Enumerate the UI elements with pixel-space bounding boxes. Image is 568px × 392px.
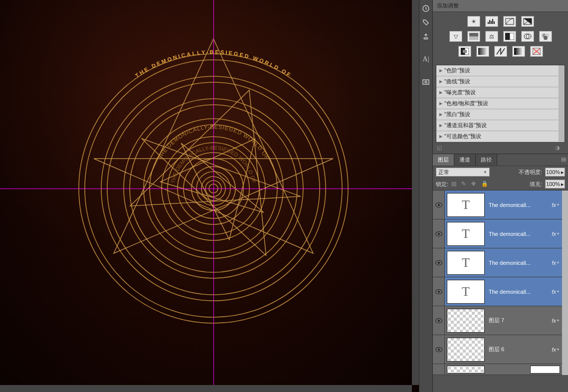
- layer-thumbnail[interactable]: [447, 366, 485, 374]
- layer-row[interactable]: [433, 364, 562, 375]
- layer-visibility-toggle[interactable]: [433, 248, 445, 277]
- layer-row[interactable]: TThe demonicall...fx▾: [433, 219, 562, 248]
- preset-levels[interactable]: ▶"色阶"预设: [436, 65, 559, 76]
- eye-icon: [435, 260, 442, 265]
- layer-name-label[interactable]: The demonicall...: [487, 289, 552, 295]
- chevron-down-icon[interactable]: ▾: [557, 347, 559, 352]
- canvas-viewport[interactable]: THE DEMONICALLY-BESIEGED WORLD OF THE DE…: [0, 0, 419, 392]
- layer-visibility-toggle[interactable]: [433, 219, 445, 248]
- hue-sat-icon[interactable]: [467, 31, 480, 42]
- eye-icon: [435, 347, 442, 352]
- adjustments-title: 添加调整: [433, 0, 568, 12]
- layer-name-label[interactable]: The demonicall...: [487, 202, 552, 208]
- selective-color-icon[interactable]: [530, 46, 543, 57]
- layer-name-label[interactable]: 图层 6: [487, 346, 552, 353]
- vibrance-icon[interactable]: ▽: [449, 31, 462, 42]
- panel-menu-icon[interactable]: ▤: [561, 156, 566, 163]
- actions-panel-icon[interactable]: [420, 17, 431, 28]
- levels-icon[interactable]: [485, 16, 498, 27]
- layer-row[interactable]: TThe demonicall...fx▾: [433, 248, 562, 277]
- layer-fx-badge[interactable]: fx: [552, 260, 556, 266]
- threshold-icon[interactable]: [494, 46, 507, 57]
- history-panel-icon[interactable]: [420, 3, 431, 14]
- svg-rect-29: [469, 36, 478, 40]
- layer-row[interactable]: TThe demonicall...fx▾: [433, 277, 562, 306]
- layer-fx-badge[interactable]: fx: [552, 202, 556, 208]
- layer-fx-badge[interactable]: fx: [552, 289, 556, 295]
- layer-thumbnail[interactable]: [447, 338, 485, 362]
- layer-mask-thumbnail[interactable]: [530, 366, 560, 374]
- posterize-icon[interactable]: [476, 46, 489, 57]
- layer-row[interactable]: 图层 6fx▾: [433, 335, 562, 364]
- lock-transparency-icon[interactable]: ▨: [451, 181, 458, 188]
- svg-point-25: [425, 81, 427, 83]
- svg-rect-31: [510, 33, 514, 40]
- navigator-panel-icon[interactable]: [420, 77, 431, 88]
- layer-fx-badge[interactable]: fx: [552, 318, 556, 324]
- opacity-input[interactable]: 100%▸: [545, 168, 565, 177]
- guide-horizontal[interactable]: [0, 189, 419, 189]
- channel-mixer-icon[interactable]: [539, 31, 552, 42]
- tab-channels[interactable]: 通道: [454, 154, 476, 166]
- brightness-contrast-icon[interactable]: ☀: [467, 16, 480, 27]
- adjustment-clip-icon[interactable]: ◑: [555, 145, 564, 152]
- tab-paths[interactable]: 路径: [476, 154, 497, 166]
- adjustment-expand-icon[interactable]: ◱: [437, 145, 446, 152]
- preset-channel-mixer[interactable]: ▶"通道混和器"预设: [436, 120, 559, 131]
- chevron-down-icon[interactable]: ▾: [557, 231, 559, 236]
- svg-rect-40: [478, 48, 487, 55]
- curves-icon[interactable]: [503, 16, 516, 27]
- layer-visibility-toggle[interactable]: [433, 335, 445, 364]
- layer-visibility-toggle[interactable]: [433, 364, 445, 375]
- fill-label: 填充:: [530, 181, 542, 188]
- preset-bw[interactable]: ▶"黑白"预设: [436, 109, 559, 120]
- preset-exposure[interactable]: ▶"曝光度"预设: [436, 87, 559, 98]
- canvas-scrollbar-vertical[interactable]: [412, 0, 419, 385]
- lock-all-icon[interactable]: 🔒: [481, 181, 488, 188]
- layer-thumbnail[interactable]: T: [447, 222, 485, 246]
- layer-list: TThe demonicall...fx▾TThe demonicall...f…: [433, 191, 568, 392]
- invert-icon[interactable]: [458, 46, 471, 57]
- layer-visibility-toggle[interactable]: [433, 191, 445, 219]
- layer-thumbnail[interactable]: T: [447, 251, 485, 275]
- chevron-down-icon[interactable]: ▾: [557, 289, 559, 294]
- character-panel-icon[interactable]: A|: [420, 54, 431, 65]
- exposure-icon[interactable]: [521, 16, 534, 27]
- adjustments-panel: 添加调整 ☀ ▽ ⚖: [433, 0, 568, 154]
- layer-row[interactable]: 图层 7fx▾: [433, 306, 562, 335]
- layer-visibility-toggle[interactable]: [433, 277, 445, 306]
- preset-hue-sat[interactable]: ▶"色相/饱和度"预设: [436, 98, 559, 109]
- lock-label: 锁定:: [436, 181, 448, 188]
- preset-selective-color[interactable]: ▶"可选颜色"预设: [436, 131, 559, 142]
- svg-rect-41: [514, 48, 523, 55]
- color-balance-icon[interactable]: ⚖: [485, 31, 498, 42]
- layer-fx-badge[interactable]: fx: [552, 231, 556, 237]
- svg-rect-39: [463, 50, 467, 53]
- chevron-down-icon[interactable]: ▾: [557, 318, 559, 323]
- guide-vertical[interactable]: [213, 0, 214, 392]
- tab-layers[interactable]: 图层: [433, 154, 454, 166]
- black-white-icon[interactable]: [503, 31, 516, 42]
- layer-thumbnail[interactable]: [447, 309, 485, 333]
- layer-name-label[interactable]: The demonicall...: [487, 231, 552, 237]
- layer-row[interactable]: TThe demonicall...fx▾: [433, 191, 562, 219]
- brush-panel-icon[interactable]: [420, 31, 431, 42]
- chevron-down-icon[interactable]: ▾: [557, 202, 559, 207]
- layer-visibility-toggle[interactable]: [433, 306, 445, 335]
- gradient-map-icon[interactable]: [512, 46, 525, 57]
- layer-thumbnail[interactable]: T: [447, 193, 485, 217]
- eye-icon: [435, 202, 442, 207]
- layer-thumbnail[interactable]: T: [447, 280, 485, 304]
- svg-rect-26: [506, 18, 514, 24]
- blend-mode-select[interactable]: 正常▼: [436, 168, 490, 177]
- chevron-down-icon[interactable]: ▾: [557, 260, 559, 265]
- canvas-scrollbar-horizontal[interactable]: [0, 385, 412, 392]
- preset-curves[interactable]: ▶"曲线"预设: [436, 76, 559, 87]
- layer-name-label[interactable]: 图层 7: [487, 317, 552, 324]
- layer-fx-badge[interactable]: fx: [552, 347, 556, 353]
- layer-name-label[interactable]: The demonicall...: [487, 260, 552, 266]
- lock-pixels-icon[interactable]: ✎: [461, 181, 468, 188]
- photo-filter-icon[interactable]: [521, 31, 534, 42]
- lock-position-icon[interactable]: ✥: [471, 181, 478, 188]
- fill-input[interactable]: 100%▸: [545, 180, 565, 189]
